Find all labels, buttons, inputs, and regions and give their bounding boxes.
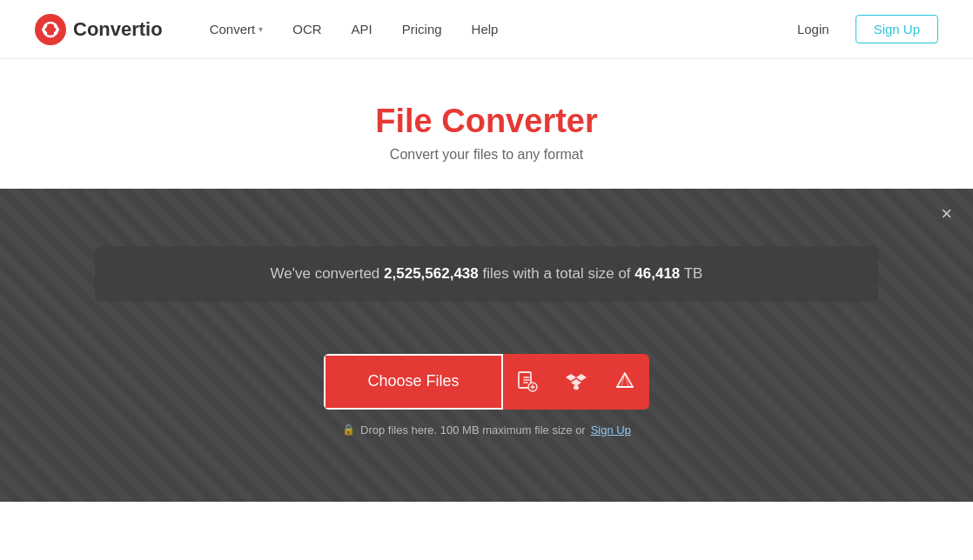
hero-section: File Converter Convert your files to any… — [0, 59, 973, 189]
lock-icon: 🔒 — [342, 423, 355, 436]
dropbox-button[interactable] — [552, 354, 601, 410]
google-drive-button[interactable] — [601, 354, 649, 410]
drop-hint-text: Drop files here. 100 MB maximum file siz… — [360, 423, 586, 437]
main-nav: Convert ▾ OCR API Pricing Help — [198, 15, 785, 43]
header-actions: Login Sign Up — [785, 15, 938, 43]
nav-item-convert[interactable]: Convert ▾ — [198, 15, 276, 43]
upload-section: × We've converted 2,525,562,438 files wi… — [0, 189, 973, 502]
stats-text-before: We've converted — [271, 265, 385, 282]
drop-hint: 🔒 Drop files here. 100 MB maximum file s… — [342, 423, 631, 437]
nav-item-api[interactable]: API — [339, 15, 385, 43]
header: Convertio Convert ▾ OCR API Pricing Help… — [0, 0, 973, 59]
file-upload-row: Choose Files — [324, 354, 648, 410]
login-button[interactable]: Login — [785, 15, 842, 43]
cloud-buttons — [503, 354, 649, 410]
nav-item-ocr[interactable]: OCR — [280, 15, 333, 43]
url-file-icon — [516, 370, 539, 393]
choose-files-button[interactable]: Choose Files — [324, 354, 502, 410]
hero-title: File Converter — [17, 103, 956, 140]
stats-size: 46,418 — [634, 265, 680, 282]
url-upload-button[interactable] — [503, 354, 552, 410]
google-drive-icon — [614, 370, 636, 393]
logo-icon — [35, 14, 66, 45]
signup-button[interactable]: Sign Up — [856, 15, 938, 43]
logo-link[interactable]: Convertio — [35, 14, 163, 45]
signup-link[interactable]: Sign Up — [591, 423, 631, 437]
nav-item-help[interactable]: Help — [460, 15, 511, 43]
stats-text-after: TB — [680, 265, 702, 282]
nav-item-pricing[interactable]: Pricing — [390, 15, 454, 43]
dropbox-icon — [565, 370, 587, 393]
logo-text: Convertio — [73, 18, 163, 41]
stats-files: 2,525,562,438 — [384, 265, 479, 282]
chevron-down-icon: ▾ — [258, 24, 263, 34]
stats-bar: We've converted 2,525,562,438 files with… — [95, 246, 878, 302]
stats-text-middle: files with a total size of — [479, 265, 635, 282]
close-button[interactable]: × — [941, 204, 952, 223]
hero-subtitle: Convert your files to any format — [17, 147, 956, 163]
svg-point-0 — [35, 14, 66, 45]
